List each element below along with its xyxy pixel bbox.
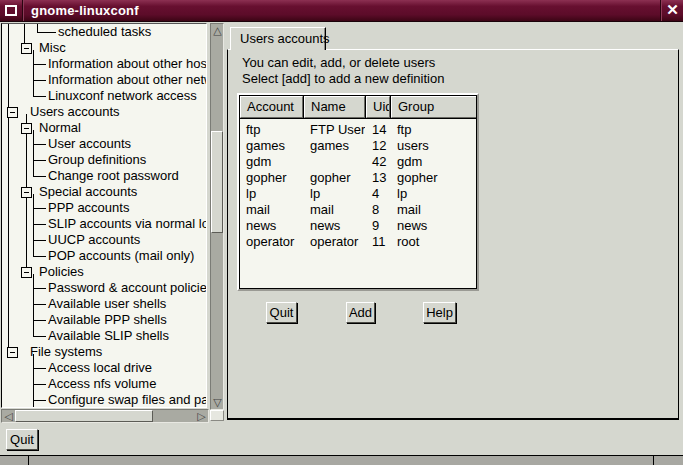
- quit-button[interactable]: Quit: [266, 302, 297, 323]
- tree-expander-icon[interactable]: [21, 43, 32, 54]
- status-bar-divider: [28, 456, 29, 465]
- tree-item-available-user-shells[interactable]: Available user shells: [2, 296, 206, 312]
- tree-item-access-nfs-volume[interactable]: Access nfs volume: [2, 376, 206, 392]
- tree-expander-icon[interactable]: [21, 267, 32, 278]
- tree-guide-line: [33, 240, 46, 241]
- window-menu-button[interactable]: [0, 0, 22, 21]
- tree-expander-icon[interactable]: [7, 107, 18, 118]
- main-quit-button[interactable]: Quit: [6, 429, 38, 450]
- config-tree-panel: scheduled tasksMiscInformation about oth…: [1, 23, 207, 408]
- tree-guide-line: [33, 96, 46, 97]
- tree-item-password-account-policies[interactable]: Password & account policies: [2, 280, 206, 296]
- tree-horizontal-scrollbar[interactable]: ◁ ▷: [1, 409, 209, 423]
- tree-item-label: Configure swap files and partitions: [48, 393, 207, 407]
- tree-guide-line: [33, 64, 46, 65]
- tree-item-available-ppp-shells[interactable]: Available PPP shells: [2, 312, 206, 328]
- page-description-line1: You can edit, add, or delete users: [242, 55, 435, 70]
- config-tree: scheduled tasksMiscInformation about oth…: [2, 24, 206, 407]
- table-cell: news: [391, 218, 477, 234]
- tree-item-available-slip-shells[interactable]: Available SLIP shells: [2, 328, 206, 344]
- column-header-group[interactable]: Group: [391, 96, 477, 118]
- tree-vertical-scrollbar[interactable]: △ ▽: [210, 23, 224, 410]
- tree-item-label: File systems: [30, 345, 102, 359]
- table-cell: mail: [304, 202, 365, 218]
- table-cell: 11: [366, 234, 390, 250]
- table-row[interactable]: gophergopher13gopher: [240, 170, 476, 186]
- tree-item-user-accounts[interactable]: User accounts: [2, 136, 206, 152]
- table-cell: games: [304, 138, 365, 154]
- tree-item-users-accounts[interactable]: Users accounts: [2, 104, 206, 120]
- column-header-name[interactable]: Name: [304, 96, 365, 118]
- table-row[interactable]: mailmail8mail: [240, 202, 476, 218]
- scroll-down-icon[interactable]: ▽: [211, 396, 224, 409]
- table-cell: 14: [366, 122, 390, 138]
- help-button[interactable]: Help: [423, 302, 456, 323]
- table-cell: 4: [366, 186, 390, 202]
- tree-item-label: UUCP accounts: [48, 233, 140, 247]
- table-row[interactable]: gamesgames12users: [240, 138, 476, 154]
- column-header-account[interactable]: Account: [240, 96, 303, 118]
- table-row[interactable]: newsnews9news: [240, 218, 476, 234]
- tree-item-group-definitions[interactable]: Group definitions: [2, 152, 206, 168]
- tree-item-uucp-accounts[interactable]: UUCP accounts: [2, 232, 206, 248]
- tree-expander-icon[interactable]: [21, 123, 32, 134]
- tree-item-label: Policies: [39, 265, 84, 279]
- tree-item-linuxconf-network-access[interactable]: Linuxconf network access: [2, 88, 206, 104]
- tree-item-ppp-accounts[interactable]: PPP accounts: [2, 200, 206, 216]
- tree-item-normal[interactable]: Normal: [2, 120, 206, 136]
- table-cell: gopher: [391, 170, 477, 186]
- tree-item-file-systems[interactable]: File systems: [2, 344, 206, 360]
- add-button[interactable]: Add: [346, 302, 375, 323]
- table-cell: mail: [391, 202, 477, 218]
- table-cell: news: [304, 218, 365, 234]
- table-cell: root: [391, 234, 477, 250]
- tree-item-information-about-other-networks[interactable]: Information about other networks: [2, 72, 206, 88]
- table-cell: gdm: [391, 154, 477, 170]
- tree-guide-line: [33, 384, 46, 385]
- tree-guide-line: [33, 320, 46, 321]
- tree-item-configure-swap-files-and-partitions[interactable]: Configure swap files and partitions: [2, 392, 206, 408]
- tree-item-scheduled-tasks[interactable]: scheduled tasks: [2, 24, 206, 40]
- tree-item-policies[interactable]: Policies: [2, 264, 206, 280]
- table-cell: 13: [366, 170, 390, 186]
- table-row[interactable]: ftpFTP User14ftp: [240, 122, 476, 138]
- window-menu-icon: [5, 5, 17, 16]
- table-row[interactable]: lplp4lp: [240, 186, 476, 202]
- tree-guide-line: [33, 208, 46, 209]
- scroll-right-icon[interactable]: ▷: [195, 410, 208, 423]
- tree-item-label: Group definitions: [48, 153, 146, 167]
- table-cell: 8: [366, 202, 390, 218]
- tree-item-label: PPP accounts: [48, 201, 129, 215]
- table-row[interactable]: operatoroperator11root: [240, 234, 476, 250]
- tree-expander-icon[interactable]: [21, 187, 32, 198]
- tree-item-slip-accounts-via-normal-login[interactable]: SLIP accounts via normal login: [2, 216, 206, 232]
- tree-item-special-accounts[interactable]: Special accounts: [2, 184, 206, 200]
- tree-guide-line: [33, 288, 46, 289]
- tree-item-information-about-other-hosts[interactable]: Information about other hosts: [2, 56, 206, 72]
- horizontal-scrollbar-thumb[interactable]: [15, 410, 153, 422]
- tab-users-accounts[interactable]: Users accounts: [230, 27, 326, 50]
- scroll-up-icon[interactable]: △: [211, 24, 224, 37]
- column-header-uid[interactable]: Uid: [366, 96, 390, 118]
- close-icon[interactable]: ✕: [662, 0, 683, 21]
- table-cell: FTP User: [304, 122, 365, 138]
- window-title: gnome-linuxconf: [31, 0, 139, 21]
- tree-item-misc[interactable]: Misc: [2, 40, 206, 56]
- table-cell: lp: [391, 186, 477, 202]
- tree-item-access-local-drive[interactable]: Access local drive: [2, 360, 206, 376]
- users-accounts-page: You can edit, add, or delete users Selec…: [227, 49, 679, 420]
- users-table-body: ftpFTP User14ftpgamesgames12usersgdm42gd…: [240, 119, 476, 250]
- tree-item-change-root-password[interactable]: Change root password: [2, 168, 206, 184]
- tree-guide-line: [33, 336, 46, 337]
- vertical-scrollbar-thumb[interactable]: [211, 131, 223, 233]
- tree-item-label: SLIP accounts via normal login: [48, 217, 207, 231]
- scroll-left-icon[interactable]: ◁: [2, 410, 15, 423]
- tree-expander-icon[interactable]: [7, 347, 18, 358]
- users-table-header: AccountNameUidGroup: [240, 96, 476, 119]
- table-cell: games: [240, 138, 303, 154]
- table-cell: news: [240, 218, 303, 234]
- table-row[interactable]: gdm42gdm: [240, 154, 476, 170]
- users-table: AccountNameUidGroup ftpFTP User14ftpgame…: [239, 95, 477, 289]
- tree-item-pop-accounts-mail-only[interactable]: POP accounts (mail only): [2, 248, 206, 264]
- tree-item-label: POP accounts (mail only): [48, 249, 194, 263]
